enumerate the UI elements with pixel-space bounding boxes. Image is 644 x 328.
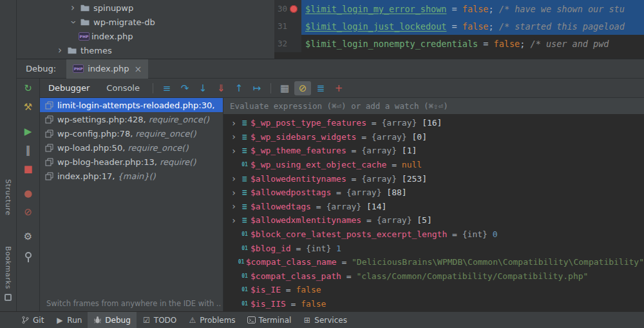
variable-name: $compat_class_name bbox=[246, 257, 337, 267]
code-segment: false bbox=[462, 21, 489, 32]
debug-tab-index-php[interactable]: PHP index.php × bbox=[66, 59, 148, 79]
stack-frame-item[interactable]: wp-blog-header.php:13,require() bbox=[40, 155, 223, 169]
tab-console[interactable]: Console bbox=[98, 79, 148, 98]
equals-sign: = bbox=[341, 271, 356, 281]
structure-tool-button[interactable]: Structure bbox=[4, 179, 12, 216]
editor-line: 32$limit_login_nonempty_credentials = fa… bbox=[274, 35, 644, 52]
bookmarks-tool-button[interactable]: Bookmarks bbox=[4, 246, 12, 289]
stop-program-icon[interactable]: ■ bbox=[21, 161, 36, 177]
statusbar-git-button[interactable]: Git bbox=[15, 312, 50, 328]
variable-row[interactable]: ›≡$_wp_theme_features = {array} [1] bbox=[223, 144, 644, 158]
code-line[interactable]: $limit_login_nonempty_credentials = fals… bbox=[301, 35, 644, 52]
tree-item-themes[interactable]: ›themes bbox=[17, 43, 274, 57]
step-into-icon[interactable]: ↓ bbox=[194, 81, 211, 95]
chevron-right-icon[interactable]: › bbox=[229, 118, 239, 128]
frame-location: limit-login-attempts-reloaded.php:30, bbox=[57, 101, 214, 110]
resume-program-icon[interactable]: ▶ bbox=[21, 124, 36, 139]
stack-frame-item[interactable]: wp-config.php:78,require_once() bbox=[40, 126, 223, 140]
stack-frame-item[interactable]: wp-load.php:50,require_once() bbox=[40, 140, 223, 155]
variable-name: $blog_id bbox=[251, 244, 291, 253]
add-watch-icon[interactable]: + bbox=[330, 81, 347, 95]
chevron-right-icon[interactable]: › bbox=[229, 131, 239, 142]
chevron-right-icon[interactable]: › bbox=[229, 188, 239, 198]
variable-name: $block_core_latest_posts_excerpt_length bbox=[251, 229, 447, 239]
variable-row[interactable]: 01$block_core_latest_posts_excerpt_lengt… bbox=[223, 227, 644, 242]
evaluate-expression-icon[interactable]: ≣ bbox=[312, 81, 329, 95]
step-over-icon[interactable]: ↷ bbox=[176, 81, 193, 95]
force-step-into-icon[interactable]: ⇓ bbox=[213, 81, 229, 95]
chevron-down-icon[interactable]: › bbox=[68, 16, 78, 28]
stack-frame-item[interactable]: limit-login-attempts-reloaded.php:30, bbox=[40, 98, 223, 112]
variable-row[interactable]: 01$compat_class_path = "class/Common/Com… bbox=[223, 269, 644, 284]
statusbar-terminal-button[interactable]: Terminal bbox=[242, 312, 298, 328]
stack-frame-icon bbox=[45, 172, 57, 180]
variable-name: $allowedentitynames bbox=[251, 174, 346, 184]
variable-row[interactable]: ›≡$_wp_sidebars_widgets = {array} [0] bbox=[223, 130, 644, 144]
chevron-right-icon[interactable]: › bbox=[229, 146, 239, 156]
breakpoint-icon[interactable] bbox=[287, 0, 300, 17]
tree-item-index.php[interactable]: PHPindex.php bbox=[17, 29, 274, 43]
statusbar-services-button[interactable]: ⊞Services bbox=[297, 312, 353, 328]
variable-row[interactable]: ›≡$allowedposttags = {array} [88] bbox=[223, 186, 644, 200]
pause-program-icon[interactable]: ‖ bbox=[21, 142, 36, 158]
debugger-settings-icon[interactable]: ⚙ bbox=[21, 229, 36, 244]
frame-function: require() bbox=[160, 157, 196, 167]
view-breakpoints-icon[interactable]: ● bbox=[21, 186, 36, 201]
array-type-icon: ≡ bbox=[239, 146, 251, 155]
variable-row[interactable]: 01$_wp_using_ext_object_cache = null bbox=[223, 158, 644, 172]
variable-row[interactable]: ›≡$allowedentitynames = {array} [253] bbox=[223, 171, 644, 186]
stack-frame-item[interactable]: wp-settings.php:428,require_once() bbox=[40, 112, 223, 126]
variable-value: [14] bbox=[366, 202, 386, 211]
primitive-type-icon: 01 bbox=[239, 231, 251, 237]
variable-row[interactable]: 01$is_IIS = false bbox=[223, 297, 644, 311]
todo-icon: ☑ bbox=[142, 316, 151, 325]
show-execution-point-icon[interactable]: ≡ bbox=[158, 81, 175, 95]
toolbar-separator bbox=[270, 83, 271, 93]
pin-tab-icon[interactable] bbox=[21, 247, 36, 263]
variable-row[interactable]: ›≡$allowedtags = {array} [14] bbox=[223, 200, 644, 214]
variable-value: "DeliciousBrains\WPMDB\Common\Compatibil… bbox=[352, 257, 644, 267]
tree-item-spinupwp[interactable]: ›spinupwp bbox=[17, 1, 274, 15]
stack-frame-icon bbox=[45, 101, 57, 110]
chevron-right-icon[interactable]: › bbox=[229, 201, 239, 211]
variable-row[interactable]: 01$blog_id = {int} 1 bbox=[223, 241, 644, 255]
line-number: 30 bbox=[274, 4, 287, 14]
variable-name: $allowedxmlentitynames bbox=[251, 215, 361, 225]
tree-item-wp-migrate-db[interactable]: ›wp-migrate-db bbox=[17, 15, 274, 29]
array-type-icon: ≡ bbox=[239, 174, 251, 184]
statusbar-problems-button[interactable]: ⚠Problems bbox=[182, 312, 241, 328]
statusbar-debug-button[interactable]: Debug bbox=[88, 312, 136, 328]
statusbar-button-label: Debug bbox=[105, 316, 130, 325]
code-segment: $limit_login_my_error_shown bbox=[305, 4, 446, 14]
variable-row[interactable]: ›≡$allowedxmlentitynames = {array} [5] bbox=[223, 213, 644, 227]
variable-row[interactable]: 01$compat_class_name = "DeliciousBrains\… bbox=[223, 255, 644, 269]
chevron-right-icon[interactable]: › bbox=[229, 215, 239, 226]
chevron-right-icon[interactable]: › bbox=[54, 46, 66, 55]
rerun-debugger-icon[interactable]: ↻ bbox=[21, 81, 36, 96]
stack-frame-item[interactable]: index.php:17,{main}() bbox=[40, 169, 223, 183]
code-segment: ; bbox=[520, 39, 530, 49]
evaluate-expression-bar[interactable]: Evaluate expression (⌘⏎) or add a watch … bbox=[223, 98, 644, 115]
mute-breakpoints-icon[interactable]: ⊘ bbox=[21, 204, 36, 220]
step-out-icon[interactable]: ↑ bbox=[231, 81, 247, 95]
variable-name: $allowedtags bbox=[251, 202, 311, 211]
tab-debugger[interactable]: Debugger bbox=[40, 79, 98, 98]
statusbar-run-button[interactable]: ▶Run bbox=[50, 312, 88, 328]
project-tree: ›spinupwp›wp-migrate-dbPHPindex.php›them… bbox=[17, 0, 274, 59]
variable-row[interactable]: 01$is_IE = false bbox=[223, 283, 644, 297]
tool-window-icon[interactable] bbox=[5, 294, 12, 301]
code-line[interactable]: $limit_login_just_lockedout = false; /* … bbox=[301, 17, 644, 35]
chevron-right-icon[interactable]: › bbox=[67, 3, 79, 13]
php-file-icon: PHP bbox=[73, 64, 84, 73]
view-breakpoints-icon[interactable]: ▦ bbox=[276, 81, 293, 95]
chevron-right-icon[interactable]: › bbox=[229, 173, 239, 184]
array-type-icon: ≡ bbox=[239, 132, 251, 142]
run-to-cursor-icon[interactable]: ↦ bbox=[249, 81, 265, 95]
variable-row[interactable]: ›≡$_wp_post_type_features = {array} [16] bbox=[223, 116, 644, 130]
code-line[interactable]: $limit_login_my_error_shown = false; /* … bbox=[301, 0, 644, 17]
terminal-icon bbox=[247, 316, 256, 324]
mute-breakpoints-icon[interactable]: ⊘ bbox=[294, 81, 311, 95]
statusbar-todo-button[interactable]: ☑TODO bbox=[137, 312, 182, 328]
close-icon[interactable]: × bbox=[135, 64, 142, 74]
build-project-icon[interactable]: ⚒ bbox=[21, 99, 36, 115]
